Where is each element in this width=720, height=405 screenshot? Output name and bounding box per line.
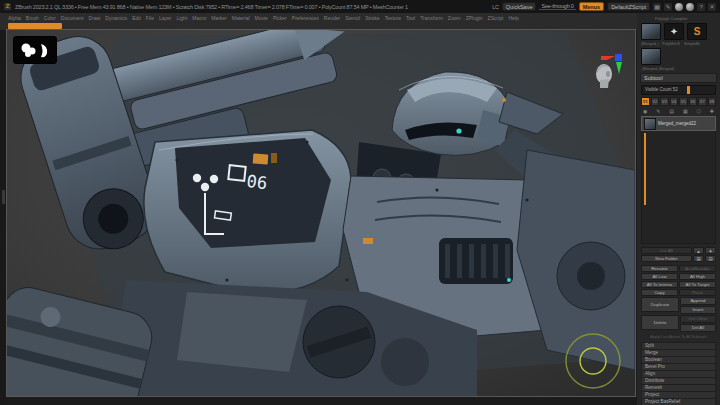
alpha-preview[interactable] [13,36,57,64]
paste-button[interactable]: Paste [679,289,716,296]
menu-color[interactable]: Color [44,15,56,21]
menu-picker[interactable]: Picker [273,15,287,21]
list-all-button[interactable]: List All [641,247,692,254]
menu-help[interactable]: Help [508,15,518,21]
menu-alpha[interactable]: Alpha [8,15,21,21]
pencil-icon[interactable]: ✎ [656,108,660,114]
rename-button[interactable]: Rename [641,265,678,272]
menu-render[interactable]: Render [324,15,340,21]
menu-edit[interactable]: Edit [132,15,141,21]
section-merge[interactable]: Merge [641,350,716,357]
recent-tool-thumbnail[interactable] [641,48,661,65]
menu-dynamics[interactable]: Dynamics [105,15,127,21]
tab-v4[interactable]: V4 [670,97,679,106]
subtool-scrollbar[interactable] [644,133,646,205]
subtool-list-item[interactable]: Merged_merged22 [641,116,716,131]
copy-button[interactable]: Copy [641,289,678,296]
subtool-header[interactable]: Subtool [640,73,717,83]
tab-v5[interactable]: V5 [679,97,688,106]
subtool-list-area[interactable] [641,131,716,244]
current-tool-thumbnail[interactable] [641,23,661,40]
see-through-label: See-through [541,3,569,9]
menus-button[interactable]: Menus [579,2,604,11]
new-folder-button[interactable]: New Folder [641,255,692,262]
menu-zscript[interactable]: ZScript [488,15,504,21]
close-icon[interactable]: ✕ [708,3,716,11]
menu-tool[interactable]: Tool [406,15,415,21]
axis-x-arrow [601,56,615,60]
del-all-button[interactable]: Del All [680,324,716,332]
tab-v3[interactable]: V3 [660,97,669,106]
menu-stencil[interactable]: Stencil [345,15,360,21]
menu-draw[interactable]: Draw [89,15,101,21]
list-down-icon[interactable]: ▾ [705,247,716,254]
tab-v1[interactable]: V1 [641,97,650,106]
menu-texture[interactable]: Texture [385,15,401,21]
tab-v7[interactable]: V7 [698,97,707,106]
menu-file[interactable]: File [146,15,154,21]
brush-sphere-icon[interactable] [686,3,694,11]
duplicate-button[interactable]: Duplicate [641,297,679,312]
insert-button[interactable]: Insert [680,306,716,314]
menu-light[interactable]: Light [176,15,187,21]
all-high-button[interactable]: All High [679,273,716,280]
plus-icon[interactable]: ✚ [710,108,714,114]
all-to-interna-button[interactable]: All To Interna [641,281,678,288]
menu-zoom[interactable]: Zoom [448,15,461,21]
eye-icon[interactable]: ◉ [643,108,647,114]
menu-marker[interactable]: Marker [211,15,227,21]
menu-stroke[interactable]: Stroke [365,15,379,21]
menu-brush[interactable]: Brush [26,15,39,21]
folder-up-icon[interactable]: ⊟ [705,255,716,262]
menu-document[interactable]: Document [61,15,84,21]
simple-brush-icon[interactable]: S [687,23,707,40]
visible-count-slider[interactable]: Visible Count 52 [641,85,716,95]
default-zscript-button[interactable]: DefaultZScript [607,2,650,11]
grid-icon[interactable]: ▦ [683,108,688,114]
menu-movie[interactable]: Movie [255,15,268,21]
highlighted-shelf-button[interactable] [8,23,62,29]
subtool-toolbar: ◉ ✎ ▤ ▦ ⬡ ✚ [641,108,716,114]
tool-caption-1: (Merged_visual) [641,41,659,46]
decal-number: 06 [246,171,269,193]
camera-orientation-widget[interactable] [591,52,627,90]
tab-v2[interactable]: V2 [651,97,660,106]
folder-add-icon[interactable]: ⊞ [693,255,704,262]
menu-material[interactable]: Material [232,15,250,21]
material-sphere-icon[interactable] [675,3,683,11]
delete-button[interactable]: Delete [641,315,679,330]
del-other-button[interactable]: Del Other [680,315,716,323]
see-through-slider[interactable]: See-through 0 [539,3,575,10]
all-low-button[interactable]: All Low [641,273,678,280]
screen-layout-icon[interactable]: ▦ [653,3,661,11]
quicksave-button[interactable]: QuickSave [502,2,537,11]
link-icon[interactable]: ⬡ [697,108,701,114]
section-project-basrelief[interactable]: Project BasRelief [641,399,716,405]
menu-macro[interactable]: Macro [192,15,206,21]
all-to-target-button[interactable]: All To Target [679,281,716,288]
section-align[interactable]: Align [641,371,716,378]
viewport-canvas[interactable]: 06 [7,30,635,396]
tab-v8[interactable]: V8 [708,97,717,106]
section-distribute[interactable]: Distribute [641,378,716,385]
tray-divider-handle[interactable] [2,190,5,204]
list-up-icon[interactable]: ▴ [693,247,704,254]
help-icon[interactable]: ? [697,3,705,11]
menu-preferences[interactable]: Preferences [292,15,319,21]
zbrush-window: Z ZBrush 2023.2.1 QL 3336 • Free Mem 43.… [0,0,720,405]
append-button[interactable]: Append [680,297,716,305]
autoreorder-button[interactable]: AutoReorder [679,265,716,272]
tab-v6[interactable]: V6 [689,97,698,106]
section-bevel-pro[interactable]: Bevel Pro [641,364,716,371]
menu-transform[interactable]: Transform [420,15,443,21]
menu-zplugin[interactable]: ZPlugin [466,15,483,21]
layers-icon[interactable]: ▤ [669,108,674,114]
polymesh3d-star-icon[interactable]: ✦ [664,23,684,40]
axis-y-arrow [616,62,622,74]
pen-tablet-icon[interactable]: ✎ [664,3,672,11]
section-project[interactable]: Project [641,392,716,399]
section-boolean[interactable]: Boolean [641,357,716,364]
section-split[interactable]: Split [641,342,716,350]
section-remesh[interactable]: Remesh [641,385,716,392]
menu-layer[interactable]: Layer [159,15,172,21]
